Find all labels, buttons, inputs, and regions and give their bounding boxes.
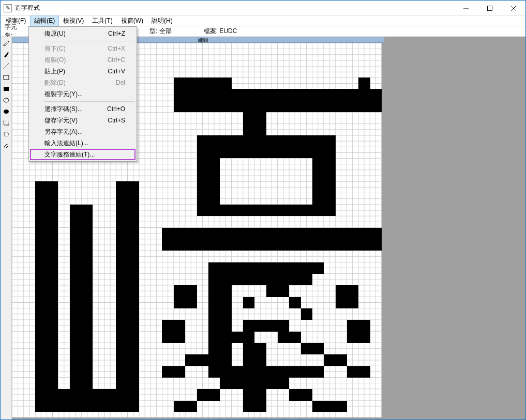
menu-save-char[interactable]: 儲存字元(V)Ctrl+S [30, 115, 136, 126]
rect-outline-tool-icon[interactable] [1, 72, 11, 83]
toolbox [1, 37, 12, 419]
pencil-tool-icon[interactable] [1, 38, 11, 49]
svg-rect-9 [4, 121, 9, 125]
menubar: 檔案(F) 編輯(E) 檢視(V) 工具(T) 視窗(W) 說明(H) [1, 16, 525, 26]
menu-ime-link[interactable]: 輸入法連結(L)... [30, 137, 136, 149]
window-title: 造字程式 [15, 4, 40, 12]
type-label: 型: 全部 [146, 27, 175, 36]
ellipse-fill-tool-icon[interactable] [1, 106, 11, 117]
close-button[interactable] [502, 1, 525, 15]
menu-copy[interactable]: 複製(O)Ctrl+C [30, 54, 136, 66]
side-empty [384, 37, 525, 419]
menu-edit[interactable]: 編輯(E) [30, 15, 59, 26]
menu-window[interactable]: 視窗(W) [117, 15, 147, 26]
rect-fill-tool-icon[interactable] [1, 84, 11, 94]
menu-delete[interactable]: 刪除(D)Del [30, 77, 136, 88]
svg-line-4 [4, 64, 9, 69]
svg-rect-5 [4, 75, 9, 80]
menu-select-code[interactable]: 選擇字碼(S)...Ctrl+O [30, 103, 136, 115]
window-controls [454, 1, 525, 15]
file-label: 檔案: EUDC [201, 27, 241, 36]
ellipse-outline-tool-icon[interactable] [1, 95, 11, 105]
maximize-button[interactable] [478, 1, 502, 15]
svg-rect-6 [4, 87, 9, 91]
menu-paste[interactable]: 貼上(P)Ctrl+V [30, 66, 136, 77]
svg-point-8 [4, 110, 9, 114]
eraser-tool-icon[interactable] [1, 141, 11, 151]
svg-point-7 [4, 98, 9, 102]
select-free-tool-icon[interactable] [1, 129, 11, 139]
select-rect-tool-icon[interactable] [1, 118, 11, 128]
line-tool-icon[interactable] [1, 61, 11, 71]
titlebar: 造字程式 [1, 1, 525, 16]
menu-tools[interactable]: 工具(T) [88, 15, 116, 26]
menu-undo[interactable]: 復原(U)Ctrl+Z [30, 28, 136, 39]
svg-rect-1 [488, 6, 492, 10]
minimize-button[interactable] [454, 1, 478, 15]
menu-text-service-link[interactable]: 文字服務連結(T)... [30, 149, 136, 160]
app-icon [4, 4, 12, 12]
menu-view[interactable]: 檢視(V) [59, 15, 88, 26]
brush-tool-icon[interactable] [1, 50, 11, 60]
menu-help[interactable]: 說明(H) [147, 15, 177, 26]
app-window: 造字程式 檔案(F) 編輯(E) 檢視(V) 工具(T) 視窗(W) 說明(H)… [0, 0, 526, 420]
menu-save-char-as[interactable]: 另存字元(A)... [30, 126, 136, 137]
menu-cut[interactable]: 剪下(C)Ctrl+X [30, 43, 136, 54]
menu-copy-char[interactable]: 複製字元(Y)... [30, 88, 136, 100]
edit-dropdown: 復原(U)Ctrl+Z 剪下(C)Ctrl+X 複製(O)Ctrl+C 貼上(P… [28, 26, 137, 162]
